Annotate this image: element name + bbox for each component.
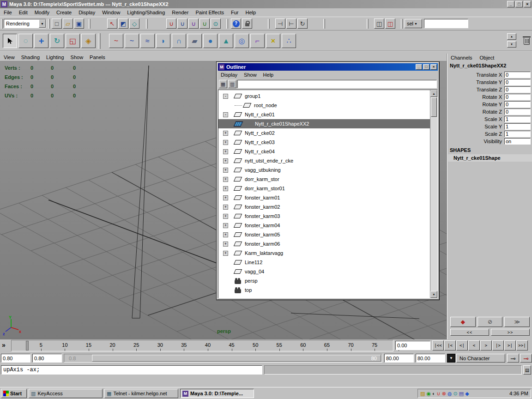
channel-value-field[interactable]: 0 xyxy=(504,109,531,115)
channel-label[interactable]: Rotate X xyxy=(482,94,502,100)
menu-set-selector[interactable]: Rendering ▼ xyxy=(4,19,46,28)
range-slider-thumb[interactable]: 80 xyxy=(92,355,381,362)
shelf-scroll-down-button[interactable]: ▼ xyxy=(507,41,516,48)
channel-label[interactable]: Rotate Z xyxy=(483,109,502,115)
timeline-track[interactable]: 5 10 15 20 25 30 35 40 45 50 55 60 65 70… xyxy=(11,340,393,351)
anim-start-field[interactable] xyxy=(32,354,62,363)
snap-to-plane-button[interactable]: ∪ xyxy=(200,18,210,29)
planar-trim-tool-button[interactable]: ▰ xyxy=(187,34,202,48)
expand-collapse-toggle[interactable]: + xyxy=(223,214,228,219)
selection-mask-dropdown[interactable]: sel ▼ xyxy=(405,19,422,28)
tray-icon-1[interactable]: ▨ xyxy=(420,391,425,396)
channel-value-field[interactable]: 1 xyxy=(504,116,531,122)
outliner-menu-show[interactable]: Show xyxy=(244,72,257,78)
select-by-object-button[interactable]: ◩ xyxy=(118,18,128,29)
menu-file[interactable]: File xyxy=(4,10,12,15)
input-connections-button[interactable]: ⊣ xyxy=(275,18,285,29)
frame-tick[interactable]: 10 xyxy=(53,340,77,351)
select-tool-button[interactable] xyxy=(3,34,17,48)
selected-node-name[interactable]: Nytt_r_cke01ShapeXX2 xyxy=(450,63,506,68)
menu-create[interactable]: Create xyxy=(56,10,72,15)
expand-collapse-toggle[interactable]: + xyxy=(223,195,228,200)
tray-icon-8[interactable]: ▤ xyxy=(459,391,464,396)
minimize-button[interactable]: _ xyxy=(416,64,422,70)
outliner-row-nytt-r-cke04[interactable]: +Nytt_r_cke04 xyxy=(218,147,437,156)
quick-select-input[interactable] xyxy=(424,19,468,28)
outliner-row-fonster-karm02[interactable]: +fonster_karm02 xyxy=(218,202,437,212)
outliner-menu-display[interactable]: Display xyxy=(221,72,237,78)
channels-menu[interactable]: Channels xyxy=(451,55,472,60)
command-line-input[interactable] xyxy=(1,365,262,375)
frame-tick[interactable]: 70 xyxy=(339,340,363,351)
show-manipulator-button[interactable]: ◈ xyxy=(81,34,96,48)
collapse-right-button[interactable]: >> xyxy=(491,329,530,336)
go-to-end-button[interactable]: >>| xyxy=(516,340,528,351)
select-by-component-button[interactable]: ◇ xyxy=(129,18,139,29)
window-titlebar[interactable]: M Maya 3.0: D:\Temp\e\x\Sport\Svettet.mb… xyxy=(0,0,532,8)
menu-lighting-shading[interactable]: Lighting/Shading xyxy=(127,10,165,15)
menu-paint-effects[interactable]: Paint Effects xyxy=(195,10,224,15)
outliner-row-root-node[interactable]: root_node xyxy=(218,101,437,110)
channel-value-field[interactable]: 0 xyxy=(504,94,531,100)
output-connections-button[interactable]: ⊢ xyxy=(286,18,296,29)
expand-collapse-toggle[interactable]: + xyxy=(223,158,228,163)
channel-value-field[interactable]: 0 xyxy=(504,72,531,78)
current-time-field[interactable] xyxy=(395,341,430,350)
help-button[interactable]: ? xyxy=(231,18,241,29)
tray-icon-5[interactable]: ⊗ xyxy=(442,391,446,396)
outliner-row-nytt-r-cke02[interactable]: +Nytt_r_cke02 xyxy=(218,128,437,138)
step-back-key-button[interactable]: <| xyxy=(456,340,468,351)
step-forward-key-button[interactable]: |> xyxy=(492,340,504,351)
collapse-left-button[interactable]: << xyxy=(450,329,489,336)
outliner-row-dorr-karm-stor01[interactable]: +dorr_karm_stor01 xyxy=(218,184,437,193)
current-time-indicator[interactable] xyxy=(26,341,29,351)
outliner-row-karm-laktarvagg[interactable]: +Karm_laktarvagg xyxy=(218,248,437,258)
nurbs-sphere-button[interactable]: ● xyxy=(203,34,218,48)
spot-light-button[interactable]: × xyxy=(266,34,280,48)
tray-icon-6[interactable]: ◍ xyxy=(447,391,452,396)
outliner-row-fonster-karm03[interactable]: +fonster_karm03 xyxy=(218,212,437,221)
character-menu-button[interactable]: ▼ xyxy=(447,354,455,363)
channel-label[interactable]: Translate Z xyxy=(477,87,502,92)
make-live-button[interactable]: ⊙ xyxy=(211,18,221,29)
frame-tick[interactable]: 20 xyxy=(101,340,125,351)
snap-to-point-button[interactable]: ∪ xyxy=(188,18,199,29)
scale-tool-button[interactable]: ◱ xyxy=(66,34,80,48)
channel-value-field[interactable]: 0 xyxy=(504,101,531,108)
outliner-row-line112[interactable]: Line112 xyxy=(218,258,437,267)
trash-button[interactable] xyxy=(521,35,532,48)
channel-value-field[interactable]: 0 xyxy=(504,86,531,93)
new-scene-button[interactable]: □ xyxy=(52,18,62,29)
outliner-titlebar[interactable]: M Outliner _ □ × xyxy=(218,63,438,71)
tray-icon-3[interactable]: ◐ xyxy=(432,391,435,396)
play-forwards-button[interactable]: > xyxy=(480,340,492,351)
snap-to-curve-button[interactable]: ∪ xyxy=(177,18,187,29)
revolve-tool-button[interactable]: ◗ xyxy=(156,34,170,48)
outliner-row-fonster-karm05[interactable]: +fonster_karm05 xyxy=(218,230,437,239)
outliner-filter-icon-2[interactable]: ▥ xyxy=(228,80,236,88)
panel-splitter[interactable] xyxy=(447,54,447,339)
tray-icon-2[interactable]: ◉ xyxy=(426,391,431,396)
expand-collapse-toggle[interactable]: + xyxy=(223,149,228,154)
outliner-row-nytt-r-cke03[interactable]: +Nytt_r_cke03 xyxy=(218,138,437,147)
start-button[interactable]: Start xyxy=(1,389,27,398)
frame-tick[interactable]: 65 xyxy=(315,340,339,351)
set-key-button[interactable]: ⊸ xyxy=(507,354,519,363)
channel-label[interactable]: Scale Y xyxy=(484,124,502,129)
outliner-filter-icon[interactable]: ▦ xyxy=(219,80,227,88)
scrollbar-thumb[interactable] xyxy=(431,97,437,117)
taskbar-item-telnet[interactable]: ▦ Telnet - kilmer.helgo.net xyxy=(104,389,178,398)
frame-tick[interactable]: 50 xyxy=(243,340,267,351)
outliner-row-fonster-karm01[interactable]: +fonster_karm01 xyxy=(218,193,437,202)
scroll-up-button[interactable]: ▲ xyxy=(430,90,437,97)
auto-keyframe-toggle[interactable]: ⊸ xyxy=(520,354,532,363)
ipr-render-button[interactable]: ◫ xyxy=(385,18,395,29)
frame-tick[interactable]: 35 xyxy=(172,340,196,351)
frame-tick[interactable]: 45 xyxy=(220,340,244,351)
channel-label[interactable]: Rotate Y xyxy=(482,102,502,107)
ep-curve-tool-button[interactable]: ~ xyxy=(125,34,139,48)
menu-fur[interactable]: Fur xyxy=(231,10,239,15)
frame-tick[interactable]: 40 xyxy=(196,340,220,351)
menu-modify[interactable]: Modify xyxy=(35,10,49,15)
save-scene-button[interactable]: ▣ xyxy=(74,18,84,29)
